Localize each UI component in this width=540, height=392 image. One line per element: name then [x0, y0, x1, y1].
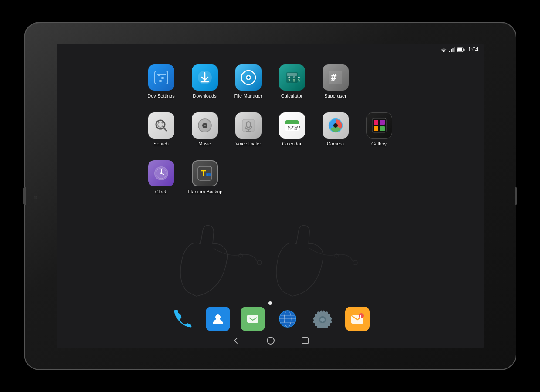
svg-point-45 [333, 123, 338, 128]
music-icon [192, 112, 218, 139]
app-calculator[interactable]: ÷ × − 7 8 9 Calculator [272, 61, 312, 109]
app-voice-dialer[interactable]: Voice Dialer [229, 109, 268, 157]
svg-rect-6 [464, 49, 465, 51]
titanium-label: Titanium Backup [187, 189, 223, 194]
dock-phone[interactable] [171, 307, 195, 331]
recent-apps-button[interactable] [301, 337, 309, 345]
svg-rect-49 [374, 126, 378, 131]
svg-point-10 [335, 254, 338, 257]
calculator-icon: ÷ × − 7 8 9 [279, 64, 305, 91]
voice-dialer-label: Voice Dialer [235, 141, 261, 146]
app-empty-3 [272, 157, 312, 205]
battery-icon [457, 47, 465, 52]
app-dev-settings[interactable]: Dev Settings [142, 61, 181, 109]
app-clock[interactable]: Clock [142, 157, 181, 205]
browser-dock-icon [275, 307, 300, 331]
camera-icon [323, 112, 349, 139]
home-button[interactable] [266, 336, 275, 345]
power-button[interactable] [515, 187, 517, 205]
svg-rect-1 [451, 49, 452, 52]
search-icon [148, 112, 174, 139]
svg-rect-62 [247, 315, 258, 323]
tablet-device: 1:04 [24, 22, 516, 370]
app-music[interactable]: Music [185, 109, 224, 157]
app-calendar[interactable]: M T W T 1 2 3 4 Calendar [272, 109, 312, 157]
superuser-label: Superuser [324, 93, 346, 98]
clock-icon [148, 160, 174, 186]
svg-line-31 [163, 128, 166, 131]
svg-point-13 [158, 74, 160, 76]
svg-rect-0 [449, 51, 450, 52]
app-empty-1 [360, 61, 399, 109]
wallpaper-decoration [161, 205, 379, 314]
status-bar: 1:04 [57, 44, 484, 56]
svg-rect-47 [374, 120, 378, 125]
svg-point-17 [159, 80, 162, 82]
dock-settings[interactable] [310, 307, 335, 331]
dock-browser[interactable] [275, 307, 300, 331]
svg-point-74 [267, 337, 274, 344]
svg-text:1 2 3 4: 1 2 3 4 [288, 128, 297, 131]
svg-point-72 [359, 313, 364, 318]
svg-point-7 [257, 260, 262, 265]
app-gallery[interactable]: Gallery [360, 109, 399, 157]
app-downloads[interactable]: Downloads [185, 61, 224, 109]
app-empty-2 [229, 157, 268, 205]
clock-label: Clock [155, 189, 167, 194]
dock-messenger[interactable] [241, 307, 265, 331]
svg-point-56 [160, 172, 162, 174]
svg-rect-75 [302, 338, 308, 344]
music-label: Music [198, 141, 211, 146]
calendar-icon: M T W T 1 2 3 4 [279, 112, 305, 139]
svg-rect-41 [285, 123, 299, 124]
gallery-icon [366, 112, 392, 139]
back-button[interactable] [231, 336, 240, 345]
downloads-icon [192, 64, 218, 91]
gallery-label: Gallery [371, 141, 387, 146]
email-dock-icon: ! [345, 307, 370, 331]
svg-point-34 [204, 125, 206, 126]
dock-contacts[interactable] [206, 307, 230, 331]
svg-point-70 [320, 318, 325, 322]
signal-icon [449, 47, 455, 52]
clock-display: 1:04 [468, 47, 478, 53]
wifi-icon [440, 47, 447, 52]
svg-text:!: ! [360, 314, 361, 318]
app-empty-4 [316, 157, 355, 205]
svg-rect-3 [454, 47, 455, 52]
svg-point-15 [161, 77, 164, 79]
svg-rect-48 [380, 120, 385, 125]
svg-point-8 [239, 254, 242, 257]
downloads-label: Downloads [193, 93, 216, 98]
svg-rect-2 [452, 48, 454, 52]
app-search[interactable]: Search [142, 109, 181, 157]
page-dot-active [268, 301, 272, 305]
svg-text:T: T [201, 169, 206, 178]
superuser-icon: # [323, 64, 349, 91]
dock: ! [171, 307, 370, 331]
calculator-label: Calculator [281, 93, 303, 98]
app-camera[interactable]: Camera [316, 109, 355, 157]
svg-rect-50 [380, 126, 385, 131]
messenger-dock-icon [241, 307, 265, 331]
svg-text:7 8 9: 7 8 9 [288, 79, 300, 83]
app-titanium-backup[interactable]: T i Titanium Backup [185, 157, 224, 205]
dev-settings-label: Dev Settings [147, 93, 174, 98]
volume-button[interactable] [23, 187, 26, 205]
search-label: Search [153, 141, 169, 146]
svg-rect-5 [457, 48, 462, 51]
dock-email[interactable]: ! [345, 307, 370, 331]
app-empty-5 [360, 157, 399, 205]
app-file-manager[interactable]: File Manager [229, 61, 268, 109]
status-icons: 1:04 [440, 47, 478, 53]
page-indicator [268, 301, 272, 305]
titanium-icon: T i [192, 160, 218, 186]
dev-settings-icon [148, 64, 174, 91]
app-superuser[interactable]: # Superuser [316, 61, 355, 109]
svg-point-22 [247, 76, 250, 79]
nav-bar [57, 333, 484, 348]
file-manager-label: File Manager [234, 93, 262, 98]
contacts-dock-icon [206, 307, 230, 331]
app-grid: Dev Settings Downloads [142, 61, 399, 205]
voice-dialer-icon [235, 112, 262, 139]
